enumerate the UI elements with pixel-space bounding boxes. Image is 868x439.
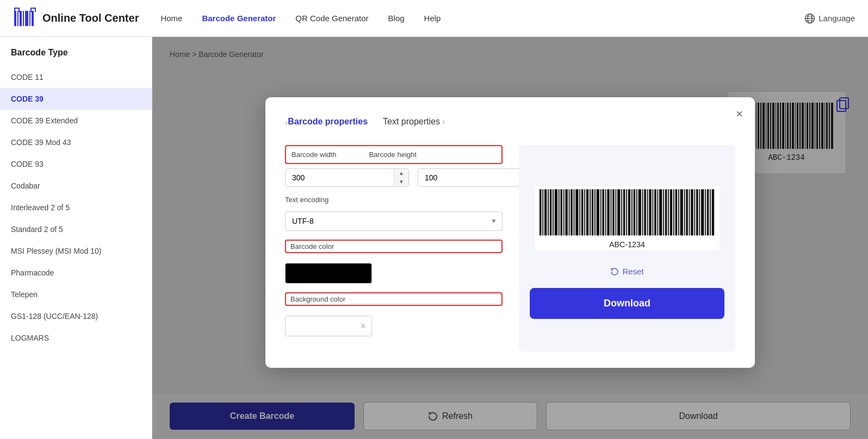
svg-rect-71 [565, 189, 567, 235]
svg-rect-3 [23, 11, 24, 26]
background-color-swatch[interactable]: × [285, 316, 372, 336]
background-color-field: Background color × [285, 292, 503, 336]
svg-rect-0 [14, 11, 16, 26]
language-selector[interactable]: Language [804, 13, 855, 24]
reset-icon [610, 267, 619, 276]
svg-rect-117 [686, 189, 688, 235]
barcode-color-label: Barcode color [285, 240, 503, 253]
sidebar-item-interleaved25[interactable]: Interleaved 2 of 5 [0, 197, 152, 218]
logo-icon [13, 7, 37, 30]
svg-rect-76 [579, 189, 580, 235]
svg-rect-66 [553, 189, 554, 235]
svg-rect-107 [659, 189, 662, 235]
barcode-preview-svg: ABC-1234 [535, 183, 720, 254]
sidebar-title: Barcode Type [0, 48, 152, 66]
sidebar-item-code93[interactable]: CODE 93 [0, 153, 152, 175]
svg-rect-12 [30, 8, 32, 12]
svg-rect-118 [689, 189, 690, 235]
sidebar-item-logmars[interactable]: LOGMARS [0, 327, 152, 349]
svg-rect-97 [634, 189, 636, 235]
svg-rect-122 [699, 189, 700, 235]
svg-rect-112 [673, 189, 674, 235]
modal: × ‹ Barcode properties Text properties ›… [265, 97, 755, 368]
svg-rect-84 [600, 189, 602, 235]
tab-right-arrow: › [442, 117, 445, 127]
svg-rect-101 [644, 189, 646, 235]
sidebar-item-codabar[interactable]: Codabar [0, 175, 152, 197]
tab-text-properties[interactable]: Text properties › [383, 114, 451, 132]
sidebar-item-telepen[interactable]: Telepen [0, 284, 152, 305]
svg-rect-80 [590, 189, 591, 235]
barcode-height-header-label: Barcode height [369, 150, 416, 159]
svg-rect-99 [638, 189, 641, 235]
svg-rect-125 [707, 189, 709, 235]
sidebar-item-gs1[interactable]: GS1-128 (UCC/EAN-128) [0, 305, 152, 327]
modal-right-panel: ABC-1234 Reset Download [519, 145, 735, 352]
svg-rect-124 [705, 189, 706, 235]
barcode-width-input[interactable] [286, 169, 394, 186]
header-nav: Home Barcode Generator QR Code Generator… [160, 14, 804, 23]
svg-rect-82 [594, 189, 596, 235]
language-label: Language [819, 14, 855, 23]
nav-qr-code[interactable]: QR Code Generator [295, 14, 368, 23]
barcode-height-input[interactable] [418, 169, 526, 186]
nav-home[interactable]: Home [160, 14, 182, 23]
reset-button[interactable]: Reset [610, 267, 643, 276]
svg-rect-72 [569, 189, 570, 235]
logo-text: Online Tool Center [42, 12, 139, 24]
svg-rect-116 [684, 189, 685, 235]
sidebar-item-pharmacode[interactable]: Pharmacode [0, 262, 152, 284]
sidebar-item-code39mod43[interactable]: CODE 39 Mod 43 [0, 131, 152, 153]
svg-rect-62 [542, 189, 543, 235]
svg-rect-110 [668, 189, 669, 235]
svg-rect-85 [602, 189, 604, 235]
svg-rect-83 [597, 189, 599, 235]
barcode-width-input-wrap: ▲ ▼ [285, 168, 409, 187]
nav-help[interactable]: Help [424, 14, 441, 23]
svg-rect-67 [555, 189, 557, 235]
svg-rect-105 [654, 189, 656, 235]
svg-text:ABC-1234: ABC-1234 [609, 240, 645, 249]
main-content: Home > Barcode Generator [152, 37, 868, 439]
svg-rect-127 [712, 189, 714, 235]
svg-rect-123 [701, 189, 704, 235]
svg-rect-93 [623, 189, 625, 235]
svg-rect-74 [574, 189, 575, 235]
barcode-color-field: Barcode color [285, 240, 503, 284]
tab-barcode-properties[interactable]: Barcode properties [288, 114, 374, 132]
background-color-clear-icon[interactable]: × [360, 321, 366, 332]
svg-rect-115 [680, 189, 683, 235]
background-color-label: Background color [285, 292, 503, 306]
svg-rect-79 [586, 189, 588, 235]
modal-left-panel: Barcode width Barcode height ▲ ▼ [285, 145, 503, 352]
text-encoding-select[interactable]: UTF-8 ASCII ISO-8859-1 [285, 211, 503, 231]
svg-rect-119 [691, 189, 693, 235]
svg-rect-86 [605, 189, 606, 235]
modal-close-button[interactable]: × [736, 107, 743, 121]
nav-blog[interactable]: Blog [388, 14, 405, 23]
barcode-width-down[interactable]: ▼ [394, 178, 408, 186]
text-encoding-field: Text encoding UTF-8 ASCII ISO-8859-1 ▼ [285, 196, 503, 231]
svg-rect-98 [636, 189, 637, 235]
barcode-width-header-label: Barcode width [292, 150, 336, 159]
modal-download-button[interactable]: Download [530, 288, 724, 319]
logo[interactable]: Online Tool Center [13, 7, 139, 30]
svg-rect-92 [621, 189, 622, 235]
svg-rect-120 [694, 189, 695, 235]
barcode-width-field: ▲ ▼ [285, 168, 409, 187]
dimensions-inputs-row: ▲ ▼ ▲ ▼ [285, 168, 503, 187]
svg-rect-9 [18, 8, 20, 12]
svg-rect-102 [647, 189, 648, 235]
svg-rect-65 [550, 189, 552, 235]
barcode-width-up[interactable]: ▲ [394, 169, 408, 178]
sidebar-item-standard25[interactable]: Standard 2 of 5 [0, 218, 152, 240]
svg-rect-94 [626, 189, 627, 235]
barcode-color-swatch[interactable] [285, 263, 372, 284]
nav-barcode-generator[interactable]: Barcode Generator [202, 14, 276, 23]
sidebar-item-code39[interactable]: CODE 39 [0, 88, 152, 110]
sidebar-item-msi[interactable]: MSI Plessey (MSI Mod 10) [0, 240, 152, 262]
sidebar-item-code39ext[interactable]: CODE 39 Extended [0, 110, 152, 131]
sidebar-item-code11[interactable]: CODE 11 [0, 66, 152, 88]
svg-rect-77 [581, 189, 584, 235]
svg-rect-75 [575, 189, 578, 235]
